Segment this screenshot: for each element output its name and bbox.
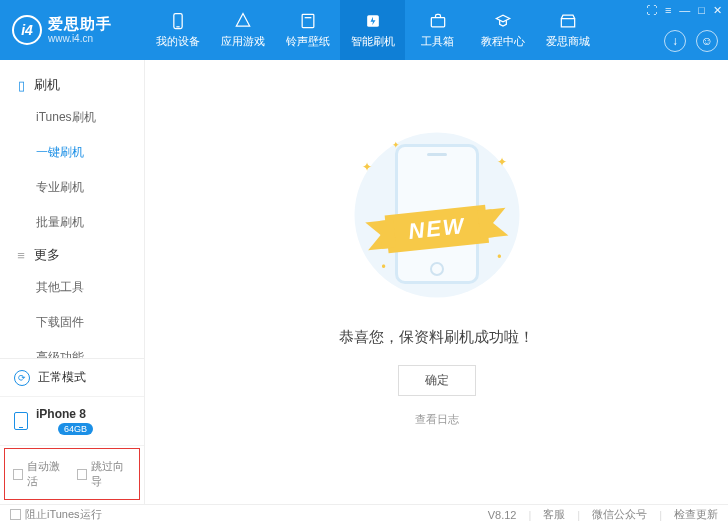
separator: | — [659, 509, 662, 521]
sparkle-icon: ✦ — [392, 140, 400, 150]
nav-tutorial[interactable]: 教程中心 — [470, 0, 535, 60]
list-icon: ≡ — [14, 248, 28, 262]
nav-label: 工具箱 — [421, 34, 454, 49]
user-icon[interactable]: ☺ — [696, 30, 718, 52]
device-info: iPhone 8 64GB — [36, 407, 93, 435]
device-icon — [168, 11, 188, 31]
sidebar-bottom: ⟳ 正常模式 iPhone 8 64GB 自动激活 跳过向导 — [0, 358, 144, 504]
cart-icon[interactable]: ⛶ — [646, 4, 657, 17]
device-storage-badge: 64GB — [58, 423, 93, 435]
sparkle-icon: • — [382, 260, 386, 274]
success-illustration: NEW ✦ ✦ • • ✦ — [342, 130, 532, 300]
tutorial-icon — [493, 11, 513, 31]
sidebar-item-batch-flash[interactable]: 批量刷机 — [0, 205, 144, 240]
view-log-link[interactable]: 查看日志 — [415, 412, 459, 427]
support-link[interactable]: 客服 — [543, 507, 565, 522]
checkbox-icon — [77, 469, 87, 480]
footer: 阻止iTunes运行 V8.12 | 客服 | 微信公众号 | 检查更新 — [0, 504, 728, 524]
store-icon — [558, 11, 578, 31]
app-header: i4 爱思助手 www.i4.cn 我的设备 应用游戏 铃声壁纸 智能刷机 工具… — [0, 0, 728, 60]
body: ▯ 刷机 iTunes刷机 一键刷机 专业刷机 批量刷机 ≡ 更多 其他工具 下… — [0, 60, 728, 504]
window-controls: ⛶ ≡ — □ ✕ — [646, 4, 722, 17]
sidebar-item-itunes-flash[interactable]: iTunes刷机 — [0, 100, 144, 135]
nav-ringtones[interactable]: 铃声壁纸 — [275, 0, 340, 60]
device-small-icon — [14, 412, 28, 430]
top-nav: 我的设备 应用游戏 铃声壁纸 智能刷机 工具箱 教程中心 爱思商城 — [145, 0, 600, 60]
update-link[interactable]: 检查更新 — [674, 507, 718, 522]
download-icon[interactable]: ↓ — [664, 30, 686, 52]
logo-icon: i4 — [12, 15, 42, 45]
header-actions: ↓ ☺ — [664, 30, 718, 52]
auto-activate-checkbox[interactable]: 自动激活 — [13, 459, 67, 489]
version-label: V8.12 — [488, 509, 517, 521]
logo-text: 爱思助手 www.i4.cn — [48, 16, 112, 44]
device-name: iPhone 8 — [36, 407, 93, 421]
sparkle-icon: ✦ — [497, 155, 507, 169]
success-message: 恭喜您，保资料刷机成功啦！ — [339, 328, 534, 347]
sidebar-group-more[interactable]: ≡ 更多 — [0, 240, 144, 270]
brand-url: www.i4.cn — [48, 33, 112, 44]
wechat-link[interactable]: 微信公众号 — [592, 507, 647, 522]
footer-right: V8.12 | 客服 | 微信公众号 | 检查更新 — [488, 507, 718, 522]
block-itunes-checkbox[interactable]: 阻止iTunes运行 — [10, 507, 102, 522]
nav-label: 智能刷机 — [351, 34, 395, 49]
sidebar-scroll: ▯ 刷机 iTunes刷机 一键刷机 专业刷机 批量刷机 ≡ 更多 其他工具 下… — [0, 60, 144, 358]
sidebar-item-download-fw[interactable]: 下载固件 — [0, 305, 144, 340]
logo: i4 爱思助手 www.i4.cn — [0, 15, 145, 45]
group-label: 更多 — [34, 246, 60, 264]
close-icon[interactable]: ✕ — [713, 4, 722, 17]
nav-label: 我的设备 — [156, 34, 200, 49]
minimize-icon[interactable]: — — [679, 4, 690, 17]
confirm-button[interactable]: 确定 — [398, 365, 476, 396]
nav-store[interactable]: 爱思商城 — [535, 0, 600, 60]
separator: | — [528, 509, 531, 521]
nav-flash[interactable]: 智能刷机 — [340, 0, 405, 60]
checkbox-label: 阻止iTunes运行 — [25, 507, 102, 522]
nav-apps[interactable]: 应用游戏 — [210, 0, 275, 60]
checkbox-icon — [10, 509, 21, 520]
svg-rect-2 — [302, 14, 314, 27]
menu-icon[interactable]: ≡ — [665, 4, 671, 17]
checkbox-icon — [13, 469, 23, 480]
sidebar-item-advanced[interactable]: 高级功能 — [0, 340, 144, 358]
checkbox-label: 跳过向导 — [91, 459, 131, 489]
footer-left: 阻止iTunes运行 — [10, 507, 102, 522]
group-label: 刷机 — [34, 76, 60, 94]
sparkle-icon: • — [497, 250, 501, 264]
refresh-icon: ⟳ — [14, 370, 30, 386]
toolbox-icon — [428, 11, 448, 31]
checkbox-label: 自动激活 — [27, 459, 67, 489]
nav-label: 爱思商城 — [546, 34, 590, 49]
sidebar-item-other-tools[interactable]: 其他工具 — [0, 270, 144, 305]
nav-label: 铃声壁纸 — [286, 34, 330, 49]
maximize-icon[interactable]: □ — [698, 4, 705, 17]
nav-label: 应用游戏 — [221, 34, 265, 49]
brand-name: 爱思助手 — [48, 16, 112, 33]
nav-label: 教程中心 — [481, 34, 525, 49]
sidebar-group-flash[interactable]: ▯ 刷机 — [0, 70, 144, 100]
flash-icon — [363, 11, 383, 31]
sidebar-item-onekey-flash[interactable]: 一键刷机 — [0, 135, 144, 170]
bottom-checkbox-row: 自动激活 跳过向导 — [4, 448, 140, 500]
nav-toolbox[interactable]: 工具箱 — [405, 0, 470, 60]
device-row[interactable]: iPhone 8 64GB — [0, 397, 144, 446]
main-content: NEW ✦ ✦ • • ✦ 恭喜您，保资料刷机成功啦！ 确定 查看日志 — [145, 60, 728, 504]
sparkle-icon: ✦ — [362, 160, 372, 174]
phone-icon: ▯ — [14, 78, 28, 92]
music-icon — [298, 11, 318, 31]
separator: | — [577, 509, 580, 521]
mode-label: 正常模式 — [38, 369, 86, 386]
sidebar: ▯ 刷机 iTunes刷机 一键刷机 专业刷机 批量刷机 ≡ 更多 其他工具 下… — [0, 60, 145, 504]
sidebar-item-pro-flash[interactable]: 专业刷机 — [0, 170, 144, 205]
svg-rect-5 — [431, 18, 444, 27]
skip-setup-checkbox[interactable]: 跳过向导 — [77, 459, 131, 489]
apps-icon — [233, 11, 253, 31]
mode-row[interactable]: ⟳ 正常模式 — [0, 359, 144, 397]
nav-my-device[interactable]: 我的设备 — [145, 0, 210, 60]
